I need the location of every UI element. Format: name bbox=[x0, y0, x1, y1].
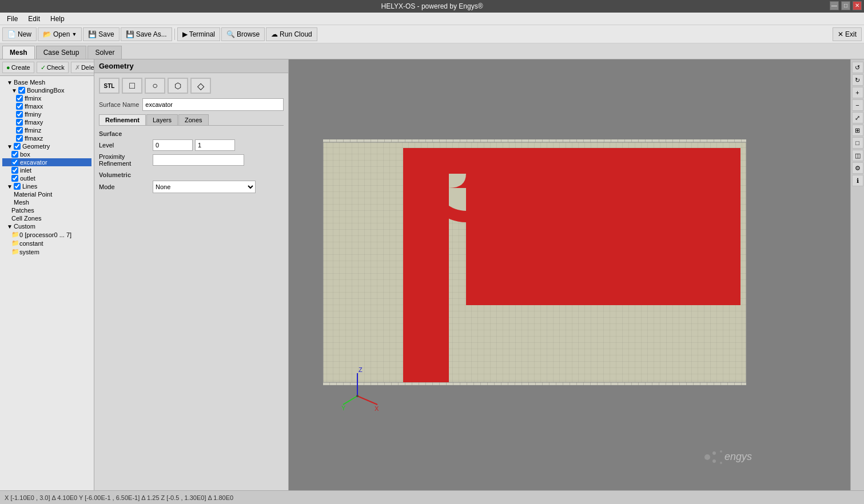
diamond-shape-button[interactable]: ◇ bbox=[190, 78, 211, 94]
tree-ffmaxx[interactable]: ffmaxx bbox=[2, 102, 91, 110]
tree-geometry[interactable]: ▼ Geometry bbox=[2, 142, 91, 150]
close-button[interactable]: ✕ bbox=[853, 1, 862, 10]
mode-select[interactable]: None Inside Outside bbox=[153, 181, 256, 193]
surface-name-input[interactable] bbox=[142, 98, 284, 111]
svg-line-16 bbox=[357, 396, 377, 405]
level-max-input[interactable] bbox=[195, 139, 235, 151]
menu-help[interactable]: Help bbox=[46, 14, 69, 24]
tree-lines[interactable]: ▼ Lines bbox=[2, 182, 91, 190]
svg-text:Y: Y bbox=[341, 405, 346, 411]
open-button[interactable]: 📂 Open ▼ bbox=[38, 27, 82, 41]
excavator-checkbox[interactable] bbox=[11, 159, 18, 166]
rotate-right-button[interactable]: ↻ bbox=[852, 74, 863, 86]
tab-refinement[interactable]: Refinement bbox=[99, 114, 146, 125]
geometry-checkbox[interactable] bbox=[14, 143, 21, 150]
tree-system[interactable]: 📁 system bbox=[2, 247, 91, 256]
zoom-in-button[interactable]: + bbox=[852, 87, 863, 98]
delete-button[interactable]: ✗ Delete bbox=[71, 62, 94, 73]
browse-button[interactable]: 🔍 Browse bbox=[221, 27, 265, 41]
proximity-input[interactable] bbox=[153, 154, 244, 166]
save-as-button[interactable]: 💾 Save As... bbox=[121, 27, 172, 41]
material-point-label: Material Point bbox=[14, 191, 52, 198]
exit-button[interactable]: ✕ Exit bbox=[833, 27, 862, 41]
check-button[interactable]: ✓ Check bbox=[37, 62, 69, 73]
tree-material-point[interactable]: Material Point bbox=[2, 190, 91, 198]
exit-icon: ✕ bbox=[838, 30, 843, 38]
tree-inlet[interactable]: inlet bbox=[2, 166, 91, 174]
volumetric-section: Volumetric Mode None Inside Outside bbox=[99, 171, 284, 193]
tree-cell-zones[interactable]: Cell Zones bbox=[2, 214, 91, 222]
tree-excavator[interactable]: excavator bbox=[2, 158, 91, 166]
tree-ffmaxz[interactable]: ffmaxz bbox=[2, 134, 91, 142]
tab-zones[interactable]: Zones bbox=[178, 114, 209, 125]
svg-point-19 bbox=[704, 454, 710, 460]
tree-outlet[interactable]: outlet bbox=[2, 174, 91, 182]
tab-mesh[interactable]: Mesh bbox=[2, 46, 35, 59]
cylinder-shape-button[interactable]: ○ bbox=[145, 78, 165, 94]
lines-checkbox[interactable] bbox=[14, 183, 21, 190]
level-min-input[interactable] bbox=[153, 139, 193, 151]
tree-constant[interactable]: 📁 constant bbox=[2, 239, 91, 247]
create-button[interactable]: ● Create bbox=[2, 62, 34, 73]
surface-section: Surface Level Proximity Refinement bbox=[99, 130, 284, 167]
toolbar: 📄 New 📂 Open ▼ 💾 Save 💾 Save As... ▶ Ter… bbox=[0, 25, 864, 43]
geometry-content: STL □ ○ ⬡ ◇ Surface Name bbox=[94, 73, 288, 490]
save-button[interactable]: 💾 Save bbox=[83, 27, 119, 41]
svg-line-14 bbox=[343, 396, 357, 405]
ffmaxz-checkbox[interactable] bbox=[16, 135, 23, 142]
tab-case-setup[interactable]: Case Setup bbox=[36, 46, 87, 59]
grid-button[interactable]: ⊞ bbox=[852, 125, 863, 136]
tree-processor[interactable]: 📁 0 [processor0 ... 7] bbox=[2, 230, 91, 239]
hex-shape-button[interactable]: ⬡ bbox=[168, 78, 188, 94]
window-controls[interactable]: — □ ✕ bbox=[830, 1, 862, 10]
tree-mesh[interactable]: Mesh bbox=[2, 198, 91, 206]
tree-base-mesh[interactable]: ▼ Base Mesh bbox=[2, 78, 91, 86]
terminal-button[interactable]: ▶ Terminal bbox=[177, 27, 220, 41]
folder-icon-system: 📁 bbox=[11, 248, 19, 255]
ffmaxx-checkbox[interactable] bbox=[16, 103, 23, 110]
tree-box[interactable]: box bbox=[2, 150, 91, 158]
tree-custom[interactable]: ▼ Custom bbox=[2, 222, 91, 230]
folder-icon-processor: 📁 bbox=[11, 231, 19, 238]
new-button[interactable]: 📄 New bbox=[2, 27, 37, 41]
ffminy-checkbox[interactable] bbox=[16, 111, 23, 118]
tree-ffminz[interactable]: ffminz bbox=[2, 126, 91, 134]
ffminx-checkbox[interactable] bbox=[16, 95, 23, 102]
bounding-box-checkbox[interactable] bbox=[18, 87, 25, 94]
run-cloud-icon: ☁ bbox=[271, 30, 278, 38]
proximity-row: Proximity Refinement bbox=[99, 153, 284, 167]
split-view-button[interactable]: ◫ bbox=[852, 150, 863, 161]
inlet-checkbox[interactable] bbox=[11, 167, 18, 174]
minimize-button[interactable]: — bbox=[830, 1, 839, 10]
tree-ffmaxy[interactable]: ffmaxy bbox=[2, 118, 91, 126]
ffmaxy-checkbox[interactable] bbox=[16, 119, 23, 126]
menu-edit[interactable]: Edit bbox=[23, 14, 45, 24]
tab-solver[interactable]: Solver bbox=[87, 46, 122, 59]
tree-bounding-box[interactable]: ▼ BoundingBox bbox=[2, 86, 91, 94]
fit-button[interactable]: ⤢ bbox=[852, 112, 863, 123]
box-shape-button[interactable]: □ bbox=[122, 78, 142, 94]
zoom-out-button[interactable]: − bbox=[852, 99, 863, 111]
app-title: HELYX-OS - powered by Engys® bbox=[381, 2, 483, 10]
stl-button[interactable]: STL bbox=[99, 78, 120, 94]
ffminz-checkbox[interactable] bbox=[16, 127, 23, 134]
statusbar: X [-1.10E0 , 3.0] Δ 4.10E0 Y [-6.00E-1 ,… bbox=[0, 490, 864, 504]
view3d-button[interactable]: □ bbox=[852, 137, 863, 149]
tree-ffminx[interactable]: ffminx bbox=[2, 94, 91, 102]
tree-ffminy[interactable]: ffminy bbox=[2, 110, 91, 118]
surface-section-header: Surface bbox=[99, 130, 284, 137]
tree-panel: ▼ Base Mesh ▼ BoundingBox ffminx ffmaxx … bbox=[0, 76, 94, 490]
rotate-left-button[interactable]: ↺ bbox=[852, 62, 863, 73]
viewport[interactable]: Z Y X engys bbox=[289, 59, 850, 490]
info-button[interactable]: ℹ bbox=[852, 175, 863, 186]
box-checkbox[interactable] bbox=[11, 151, 18, 158]
folder-icon-constant: 📁 bbox=[11, 239, 19, 247]
menu-file[interactable]: File bbox=[2, 14, 22, 24]
maximize-button[interactable]: □ bbox=[841, 1, 850, 10]
tab-layers[interactable]: Layers bbox=[146, 114, 178, 125]
processor-label: 0 [processor0 ... 7] bbox=[19, 231, 71, 238]
settings-button[interactable]: ⚙ bbox=[852, 162, 863, 174]
tree-patches[interactable]: Patches bbox=[2, 206, 91, 214]
outlet-checkbox[interactable] bbox=[11, 175, 18, 182]
run-cloud-button[interactable]: ☁ Run Cloud bbox=[266, 27, 317, 41]
